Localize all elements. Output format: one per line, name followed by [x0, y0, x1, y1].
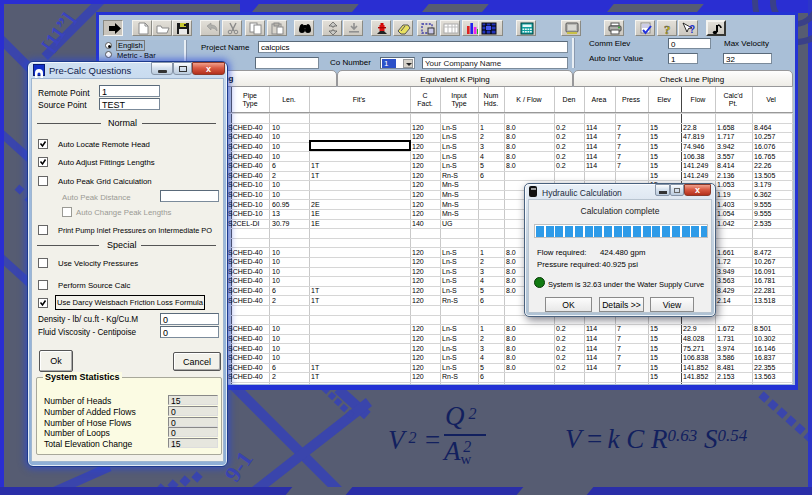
svg-text:?: ?	[664, 22, 671, 35]
svg-text:?: ?	[689, 24, 695, 35]
